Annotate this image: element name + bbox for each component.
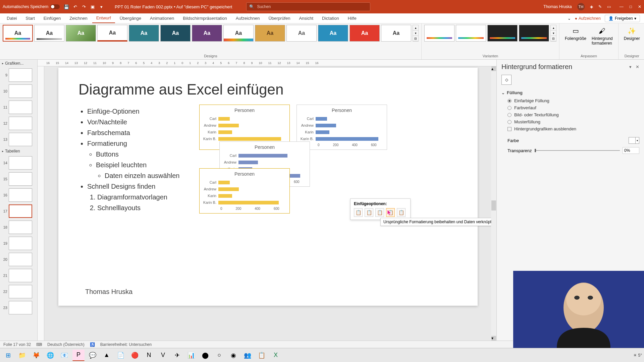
pane-options-icon[interactable]: ▾ — [629, 64, 632, 69]
telegram-icon[interactable]: ✈ — [171, 350, 183, 361]
thumb-row[interactable]: 16 — [0, 187, 37, 203]
design-thumb[interactable]: Aa — [318, 25, 348, 42]
slide-size-button[interactable]: ▭Foliengröße — [562, 25, 589, 47]
thumb-image[interactable] — [9, 156, 32, 170]
thumb-image[interactable] — [9, 253, 32, 266]
app-icon[interactable]: 👥 — [241, 350, 254, 361]
tab-animationen[interactable]: Animationen — [146, 14, 178, 23]
search-box[interactable]: 🔍 Suchen — [246, 2, 370, 11]
thumb-image[interactable] — [9, 84, 32, 98]
radio-gradient-fill[interactable]: Farbverlauf — [501, 104, 639, 111]
tab-einfuegen[interactable]: Einfügen — [40, 14, 65, 23]
thumb-row[interactable]: 19 — [0, 235, 37, 251]
thumb-image[interactable] — [9, 188, 32, 202]
vlc-icon[interactable]: ▲ — [101, 350, 113, 361]
variant-thumb[interactable] — [519, 25, 549, 42]
transparency-value[interactable]: 0% — [623, 147, 639, 154]
design-thumb[interactable]: Aa — [3, 25, 33, 42]
thumb-row[interactable]: 17 — [0, 203, 37, 219]
share-button[interactable]: 👤 Freigeben ▾ — [605, 15, 640, 22]
status-accessibility[interactable]: Barrierefreiheit: Untersuchen — [100, 342, 152, 347]
design-thumb[interactable]: Aa — [223, 25, 254, 42]
vertical-scrollbar[interactable]: ▴ ▾ — [491, 66, 496, 341]
slide[interactable]: Diagramme aus Excel einfügen Einfüge-Opt… — [58, 68, 478, 306]
app-icon[interactable]: 📊 — [185, 350, 197, 361]
thumb-image[interactable] — [9, 301, 32, 314]
tab-ansicht[interactable]: Ansicht — [295, 14, 317, 23]
pen-icon[interactable]: ✎ — [598, 4, 602, 9]
thumb-row[interactable]: 23 — [0, 300, 37, 316]
outlook-icon[interactable]: 📧 — [58, 350, 70, 361]
powerpoint-icon[interactable]: P — [72, 350, 85, 361]
firefox-icon[interactable]: 🦊 — [30, 350, 42, 361]
radio-picture-fill[interactable]: Bild- oder Texturfüllung — [501, 111, 639, 118]
redo-icon[interactable]: ↷ — [81, 4, 87, 9]
record-button[interactable]: ● Aufzeichnen — [575, 16, 601, 21]
color-picker[interactable]: ▾ — [629, 137, 639, 144]
thumb-image[interactable] — [9, 285, 32, 298]
thumb-row[interactable]: 20 — [0, 251, 37, 267]
obs-icon[interactable]: ⬤ — [199, 350, 211, 361]
onenote-icon[interactable]: N — [143, 350, 155, 361]
maximize-icon[interactable]: □ — [630, 4, 632, 9]
toggle-switch[interactable] — [50, 4, 60, 9]
window-icon[interactable]: ▭ — [607, 4, 611, 9]
app-icon[interactable]: 📋 — [256, 350, 268, 361]
tab-ueberpruefen[interactable]: Überprüfen — [264, 14, 294, 23]
tab-aufzeichnen[interactable]: Aufzeichnen — [232, 14, 264, 23]
collapse-ribbon-icon[interactable]: ⌄ — [568, 16, 571, 21]
tab-start[interactable]: Start — [21, 14, 39, 23]
radio-pattern-fill[interactable]: Musterfüllung — [501, 118, 639, 125]
variant-thumb[interactable] — [456, 25, 486, 42]
design-thumb[interactable]: Aa — [160, 25, 191, 42]
thumb-row[interactable]: 18 — [0, 219, 37, 235]
design-thumb[interactable]: Aa — [286, 25, 317, 42]
paste-opt-dest-theme-icon[interactable]: 📋 — [354, 208, 363, 217]
variant-thumb[interactable] — [487, 25, 518, 42]
transparency-slider[interactable] — [535, 150, 620, 151]
checkbox-hide-bg[interactable]: Hintergrundgrafiken ausblenden — [501, 125, 639, 132]
excel-icon[interactable]: X — [270, 350, 282, 361]
section-fill[interactable]: Füllung — [501, 88, 639, 97]
design-thumb[interactable]: Aa — [129, 25, 159, 42]
user-avatar[interactable]: TH — [577, 3, 585, 10]
qat-more-icon[interactable]: ▾ — [99, 4, 104, 9]
paste-opt-picture-icon[interactable]: 📋 — [397, 208, 406, 217]
thumb-image[interactable] — [9, 221, 32, 234]
designer-button[interactable]: ✨Designer — [621, 25, 643, 42]
undo-icon[interactable]: ↶ — [72, 4, 78, 9]
thumb-image[interactable] — [9, 237, 32, 250]
thumb-row[interactable]: 21 — [0, 267, 37, 284]
tab-datei[interactable]: Datei — [3, 14, 21, 23]
design-thumb[interactable]: Aa — [350, 25, 380, 42]
thumb-row[interactable]: 11 — [0, 99, 37, 115]
design-thumb[interactable]: Aa — [192, 25, 222, 42]
section-graphics[interactable]: Grafiken... — [0, 60, 37, 67]
thumb-image[interactable] — [9, 117, 32, 130]
chart[interactable]: PersonenCarlAndrewKarinKarin B.020040060… — [297, 105, 387, 150]
status-language[interactable]: Deutsch (Österreich) — [47, 342, 85, 347]
save-icon[interactable]: 💾 — [64, 4, 69, 9]
thumb-row[interactable]: 10 — [0, 83, 37, 99]
thumb-row[interactable]: 13 — [0, 131, 37, 147]
design-thumb[interactable]: Aa — [34, 25, 64, 42]
tab-uebergaenge[interactable]: Übergänge — [116, 14, 145, 23]
close-icon[interactable]: ✕ — [638, 4, 641, 9]
gallery-more[interactable]: ▴▾⊟ — [413, 25, 419, 42]
explorer-icon[interactable]: 📁 — [16, 350, 28, 361]
format-bg-button[interactable]: 🖌Hintergrund formatieren — [589, 25, 615, 47]
chart[interactable]: PersonenCarlAndrewKarinKarin B.020040060… — [199, 168, 290, 214]
section-tables[interactable]: Tabellen — [0, 147, 37, 155]
diamond-icon[interactable]: ◈ — [590, 4, 593, 9]
thumb-row[interactable]: 9 — [0, 67, 37, 83]
thumb-row[interactable]: 14 — [0, 155, 37, 171]
lang-icon[interactable]: ⌨ — [36, 342, 42, 347]
tab-dictation[interactable]: Dictation — [318, 14, 343, 23]
from-start-icon[interactable]: ▣ — [90, 4, 95, 9]
paste-opt-keep-source-icon[interactable]: 📋 — [365, 208, 373, 217]
design-thumb[interactable]: Aa — [255, 25, 285, 42]
autosave-toggle[interactable]: Automatisches Speichern — [3, 4, 60, 9]
thumb-row[interactable]: 22 — [0, 284, 37, 300]
app-icon[interactable]: 📄 — [115, 350, 127, 361]
thumb-row[interactable]: 15 — [0, 171, 37, 187]
